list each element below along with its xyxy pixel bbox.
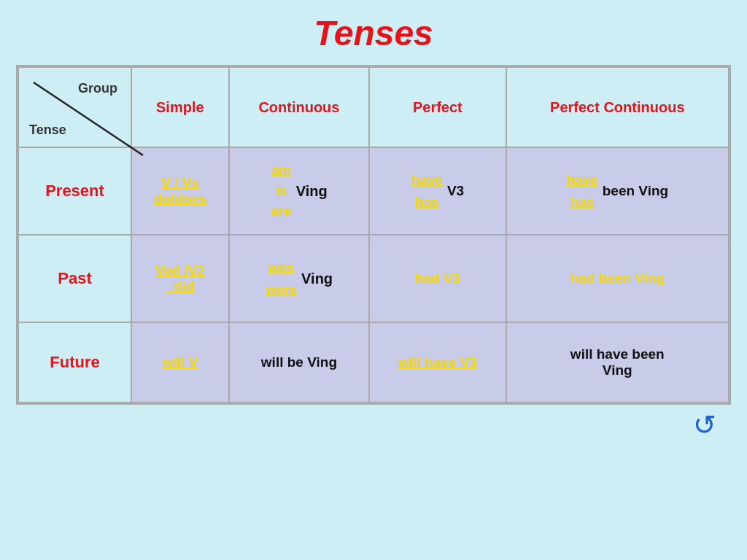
footer: ↺ (16, 405, 731, 441)
tenses-table: Group Tense Simple Continuous Perfect Pe… (16, 65, 731, 405)
future-continuous: will be Ving (229, 322, 370, 402)
present-perfect-continuous: havehas been Ving (506, 147, 729, 235)
present-perfect: havehas V3 (369, 147, 506, 235)
page-title: Tenses (314, 13, 433, 53)
present-continuous: amisare Ving (229, 147, 370, 235)
future-row: Future will V will be Ving will have V3 … (18, 322, 729, 402)
past-continuous: waswere Ving (229, 235, 370, 322)
past-row: Past Ved /V2 did waswere Ving had V3 had… (18, 235, 729, 322)
header-continuous: Continuous (229, 67, 370, 147)
header-perfect: Perfect (369, 67, 506, 147)
undo-arrow-icon[interactable]: ↺ (693, 409, 716, 441)
past-perfect: had V3 (369, 235, 506, 322)
header-perfect-continuous: Perfect Continuous (506, 67, 729, 147)
future-perfect: will have V3 (369, 322, 506, 402)
tense-label: Tense (29, 122, 66, 138)
past-simple: Ved /V2 did (131, 235, 229, 322)
future-perfect-continuous: will have beenVing (506, 322, 729, 402)
group-label: Group (78, 81, 117, 96)
header-row: Group Tense Simple Continuous Perfect Pe… (18, 67, 729, 147)
past-perfect-continuous: had been Ving (506, 235, 729, 322)
diagonal-header-cell: Group Tense (18, 67, 131, 147)
future-label: Future (18, 322, 131, 402)
past-label: Past (18, 235, 131, 322)
future-simple: will V (131, 322, 229, 402)
